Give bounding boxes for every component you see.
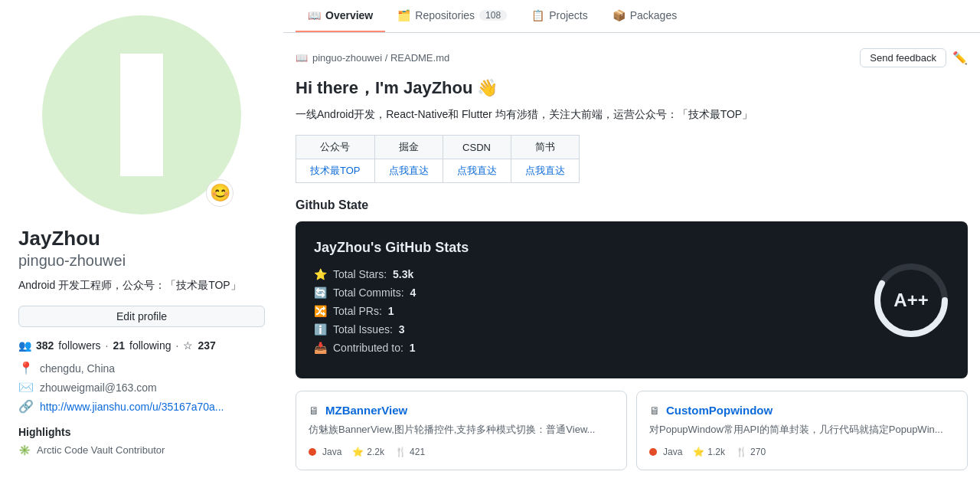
repo-card-1-name[interactable]: CustomPopwindow — [666, 404, 773, 417]
repo-card-1-lang-label: Java — [663, 447, 682, 457]
email-text: zhouweigmail@163.com — [40, 381, 157, 394]
email-icon: ✉️ — [18, 380, 34, 395]
username: JayZhou — [18, 227, 265, 250]
stat-value-issues: 3 — [399, 323, 405, 336]
stat-row-commits: 🔄 Total Commits: 4 — [314, 286, 469, 299]
github-state-title: Github State — [296, 198, 968, 212]
tab-projects[interactable]: 📋 Projects — [519, 0, 600, 32]
repo-card-1-header: 🖥 CustomPopwindow — [649, 404, 955, 417]
repo-card-0: 🖥 MZBannerView 仿魅族BannerView,图片轮播控件,支持多种… — [296, 391, 627, 470]
highlight-item: ✳️ Arctic Code Vault Contributor — [18, 444, 265, 456]
stat-label-contributed: Contributed to: — [333, 342, 403, 354]
main-content: 📖 Overview 🗂️ Repositories 108 📋 Project… — [283, 0, 980, 478]
stat-value-stars: 5.3k — [393, 268, 413, 280]
book-icon: 📖 — [296, 52, 308, 64]
repo-card-1-fork-icon: 🍴 — [736, 447, 747, 457]
tab-repositories[interactable]: 🗂️ Repositories 108 — [385, 0, 519, 32]
repo-card-1: 🖥 CustomPopwindow 对PopupWindow常用API的简单封装… — [636, 391, 968, 470]
stat-label-prs: Total PRs: — [333, 305, 382, 317]
stat-value-contributed: 1 — [410, 342, 416, 354]
table-header-gzh: 公众号 — [296, 136, 375, 159]
stat-row-issues: ℹ️ Total Issues: 3 — [314, 323, 469, 336]
tab-packages[interactable]: 📦 Packages — [600, 0, 689, 32]
stat-label-issues: Total Issues: — [333, 323, 393, 336]
highlights-section: Highlights ✳️ Arctic Code Vault Contribu… — [18, 426, 265, 456]
website-link[interactable]: http://www.jianshu.com/u/35167a70a... — [40, 401, 224, 413]
github-stats-card: JayZhou's GitHub Stats ⭐ Total Stars: 5.… — [296, 221, 968, 378]
table-header-juejin: 掘金 — [374, 136, 443, 159]
repo-card-0-lang: Java — [309, 447, 341, 457]
repo-cards: 🖥 MZBannerView 仿魅族BannerView,图片轮播控件,支持多种… — [296, 391, 968, 470]
readme-path: 📖 pinguo-zhouwei / README.md — [296, 52, 449, 64]
repositories-tab-label: Repositories — [415, 9, 475, 21]
packages-tab-label: Packages — [630, 9, 677, 21]
tab-overview[interactable]: 📖 Overview — [296, 0, 385, 32]
stats-left: JayZhou's GitHub Stats ⭐ Total Stars: 5.… — [314, 240, 469, 360]
email-item: ✉️ zhouweigmail@163.com — [18, 380, 265, 395]
stats-card-title: JayZhou's GitHub Stats — [314, 240, 469, 256]
following-count: 21 — [113, 339, 126, 352]
handle: pinguo-zhouwei — [18, 252, 265, 270]
edit-profile-button[interactable]: Edit profile — [18, 306, 265, 327]
profile-greeting: Hi there，I'm JayZhou 👋 — [296, 77, 968, 100]
projects-tab-label: Projects — [549, 9, 588, 21]
stat-value-commits: 4 — [410, 286, 416, 299]
star-stat-icon: ⭐ — [314, 268, 327, 280]
table-cell-csdn[interactable]: 点我直达 — [443, 159, 511, 183]
repo-card-0-star-count: 2.2k — [367, 447, 384, 457]
table-cell-juejin[interactable]: 点我直达 — [374, 159, 443, 183]
stat-label-commits: Total Commits: — [333, 286, 404, 299]
repo-card-1-fork-count: 270 — [750, 447, 766, 457]
contributed-stat-icon: 📥 — [314, 342, 327, 354]
overview-tab-label: Overview — [325, 9, 373, 21]
link-icon: 🔗 — [18, 399, 34, 414]
repo-card-0-star-icon: ⭐ — [352, 447, 364, 457]
stats-bar: 👥 382 followers · 21 following · ☆ 237 — [18, 339, 265, 352]
star-icon: ☆ — [183, 339, 193, 352]
followers-label: followers — [58, 339, 100, 352]
table-cell-jianshu[interactable]: 点我直达 — [511, 159, 579, 183]
table-header-jianshu: 简书 — [511, 136, 579, 159]
location-item: 📍 chengdu, China — [18, 361, 265, 375]
sidebar: 😊 JayZhou pinguo-zhouwei Android 开发工程师，公… — [0, 0, 283, 478]
repo-card-1-icon: 🖥 — [649, 404, 660, 417]
repo-card-1-lang-dot — [649, 448, 657, 456]
stat-row-contributed: 📥 Contributed to: 1 — [314, 342, 469, 354]
highlight-text: Arctic Code Vault Contributor — [37, 444, 165, 456]
location-icon: 📍 — [18, 361, 34, 375]
commits-stat-icon: 🔄 — [314, 286, 327, 299]
repo-card-0-stars: ⭐ 2.2k — [352, 447, 384, 457]
repo-card-0-desc: 仿魅族BannerView,图片轮播控件,支持多种模式切换：普通View... — [309, 423, 614, 437]
repo-card-1-star-count: 1.2k — [707, 447, 725, 457]
following-label: following — [129, 339, 171, 352]
repo-card-0-header: 🖥 MZBannerView — [309, 404, 614, 417]
repo-card-0-fork-count: 421 — [410, 447, 425, 457]
table-cell-gzh[interactable]: 技术最TOP — [296, 159, 375, 183]
website-item: 🔗 http://www.jianshu.com/u/35167a70a... — [18, 399, 265, 414]
repo-card-1-star-icon: ⭐ — [693, 447, 704, 457]
repositories-tab-icon: 🗂️ — [397, 9, 410, 21]
send-feedback-button[interactable]: Send feedback — [860, 48, 946, 67]
people-icon: 👥 — [18, 339, 31, 352]
table-header-csdn: CSDN — [443, 136, 511, 159]
repo-card-1-stars: ⭐ 1.2k — [693, 447, 725, 457]
avatar-emoji: 😊 — [206, 179, 234, 207]
repo-card-1-meta: Java ⭐ 1.2k 🍴 270 — [649, 447, 955, 457]
followers-count: 382 — [36, 339, 54, 352]
repo-card-0-lang-dot — [309, 448, 316, 456]
repo-card-0-fork-icon: 🍴 — [395, 447, 407, 457]
stars-count: 237 — [198, 339, 215, 352]
stat-value-prs: 1 — [388, 305, 394, 317]
repo-card-0-name[interactable]: MZBannerView — [325, 404, 407, 417]
repositories-badge: 108 — [479, 10, 507, 21]
edit-readme-icon[interactable]: ✏️ — [952, 51, 968, 65]
avatar-container: 😊 — [42, 15, 241, 214]
readme-bar: 📖 pinguo-zhouwei / README.md Send feedba… — [296, 48, 968, 67]
prs-stat-icon: 🔀 — [314, 305, 327, 317]
avatar-logo — [80, 54, 203, 176]
packages-tab-icon: 📦 — [612, 9, 626, 21]
bio: Android 开发工程师，公众号：「技术最TOP」 — [18, 277, 265, 293]
readme-actions: Send feedback ✏️ — [860, 48, 968, 67]
location-text: chengdu, China — [40, 362, 115, 375]
grade-text: A++ — [893, 290, 928, 311]
